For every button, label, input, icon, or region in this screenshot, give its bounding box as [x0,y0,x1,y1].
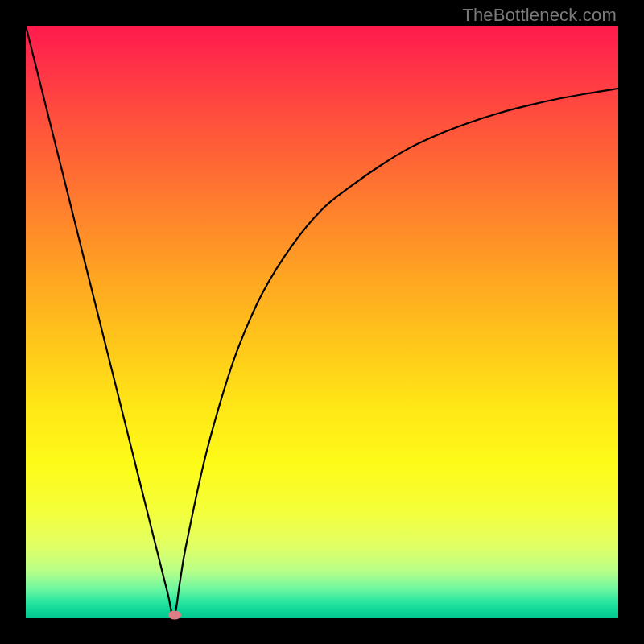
watermark-text: TheBottleneck.com [462,5,617,26]
minimum-marker [168,611,181,620]
plot-area [26,26,618,618]
chart-frame: TheBottleneck.com [0,0,644,644]
curve-path [26,26,618,618]
bottleneck-curve [26,26,618,618]
